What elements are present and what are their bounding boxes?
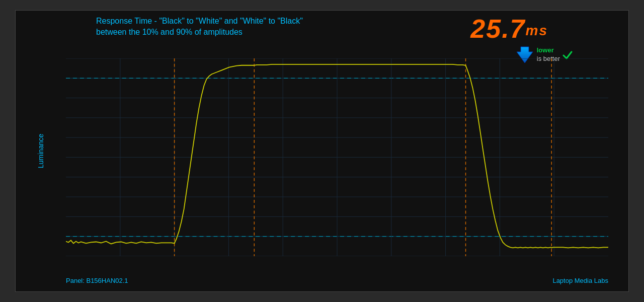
outer-container: Response Time - "Black" to "White" and "… bbox=[0, 0, 644, 302]
chart-container: Response Time - "Black" to "White" and "… bbox=[15, 10, 629, 292]
chart-svg: 100% 90% 80% 70% 60% 50% 40% 30% 20% 10%… bbox=[66, 58, 608, 256]
chart-title: Response Time - "Black" to "White" and "… bbox=[96, 16, 303, 38]
panel-label: Panel: B156HAN02.1 bbox=[66, 277, 128, 284]
response-time-value: 25.7ms bbox=[470, 14, 548, 44]
brand-label: Laptop Media Labs bbox=[552, 277, 608, 284]
y-axis-label: Luminance bbox=[37, 134, 45, 169]
